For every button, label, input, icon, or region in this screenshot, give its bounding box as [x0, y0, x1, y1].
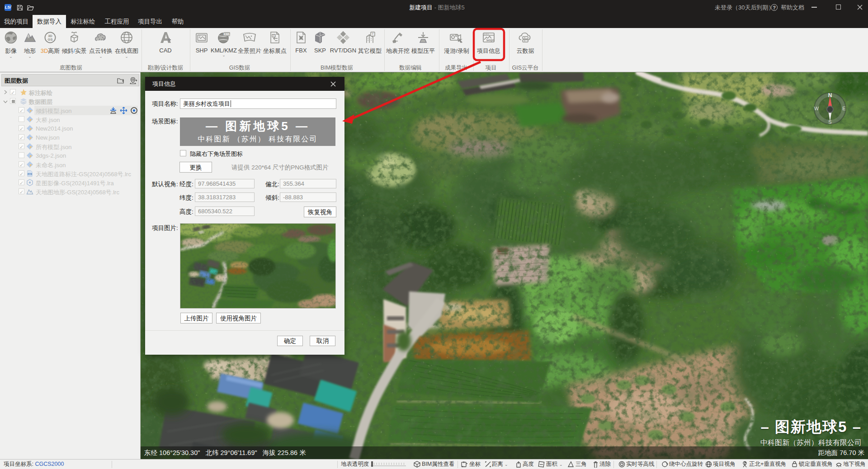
svg-text:KML: KML — [223, 33, 231, 36]
svg-text:W: W — [814, 106, 819, 111]
svg-text:GS: GS — [48, 38, 53, 42]
svg-text:T: T — [273, 34, 275, 37]
svg-text:LRC: LRC — [28, 174, 32, 175]
svg-text:E: E — [842, 106, 845, 111]
svg-text:T: T — [372, 33, 374, 36]
